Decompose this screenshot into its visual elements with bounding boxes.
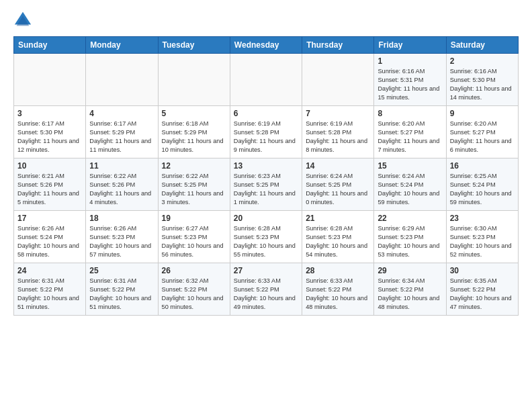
- day-number: 10: [17, 161, 82, 171]
- calendar-day-cell: 18Sunrise: 6:26 AM Sunset: 5:23 PM Dayli…: [86, 211, 158, 263]
- day-number: 7: [306, 109, 370, 118]
- calendar-day-cell: 29Sunrise: 6:34 AM Sunset: 5:22 PM Dayli…: [374, 263, 446, 316]
- calendar-day-cell: 10Sunrise: 6:21 AM Sunset: 5:26 PM Dayli…: [14, 158, 86, 211]
- weekday-header: Saturday: [446, 37, 518, 54]
- calendar-day-cell: 3Sunrise: 6:17 AM Sunset: 5:30 PM Daylig…: [14, 106, 86, 158]
- day-info: Sunrise: 6:26 AM Sunset: 5:24 PM Dayligh…: [17, 224, 82, 259]
- page: SundayMondayTuesdayWednesdayThursdayFrid…: [0, 0, 532, 411]
- day-number: 27: [234, 266, 298, 275]
- day-info: Sunrise: 6:18 AM Sunset: 5:29 PM Dayligh…: [162, 120, 226, 154]
- day-info: Sunrise: 6:16 AM Sunset: 5:30 PM Dayligh…: [450, 67, 515, 102]
- day-info: Sunrise: 6:19 AM Sunset: 5:28 PM Dayligh…: [234, 120, 298, 154]
- weekday-header: Sunday: [14, 37, 86, 54]
- calendar-week-row: 17Sunrise: 6:26 AM Sunset: 5:24 PM Dayli…: [14, 211, 519, 263]
- day-number: 17: [17, 214, 82, 223]
- day-info: Sunrise: 6:19 AM Sunset: 5:28 PM Dayligh…: [306, 120, 370, 154]
- day-number: 25: [89, 266, 154, 275]
- calendar-day-cell: 16Sunrise: 6:25 AM Sunset: 5:24 PM Dayli…: [446, 158, 518, 211]
- day-info: Sunrise: 6:20 AM Sunset: 5:27 PM Dayligh…: [378, 120, 442, 154]
- calendar-day-cell: 11Sunrise: 6:22 AM Sunset: 5:26 PM Dayli…: [86, 158, 158, 211]
- day-info: Sunrise: 6:23 AM Sunset: 5:25 PM Dayligh…: [234, 172, 298, 207]
- day-info: Sunrise: 6:28 AM Sunset: 5:23 PM Dayligh…: [234, 224, 298, 259]
- weekday-header: Wednesday: [230, 37, 302, 54]
- calendar-day-cell: 1Sunrise: 6:16 AM Sunset: 5:31 PM Daylig…: [374, 54, 446, 106]
- day-info: Sunrise: 6:30 AM Sunset: 5:23 PM Dayligh…: [450, 224, 515, 259]
- calendar-week-row: 1Sunrise: 6:16 AM Sunset: 5:31 PM Daylig…: [14, 54, 519, 106]
- calendar-week-row: 24Sunrise: 6:31 AM Sunset: 5:22 PM Dayli…: [14, 263, 519, 316]
- calendar-day-cell: 20Sunrise: 6:28 AM Sunset: 5:23 PM Dayli…: [230, 211, 302, 263]
- day-number: 16: [450, 161, 515, 171]
- day-number: 5: [162, 109, 226, 118]
- day-info: Sunrise: 6:26 AM Sunset: 5:23 PM Dayligh…: [89, 224, 154, 259]
- day-info: Sunrise: 6:22 AM Sunset: 5:25 PM Dayligh…: [162, 172, 226, 207]
- day-info: Sunrise: 6:31 AM Sunset: 5:22 PM Dayligh…: [89, 277, 154, 312]
- day-number: 29: [378, 266, 442, 275]
- logo: [13, 11, 34, 30]
- day-info: Sunrise: 6:28 AM Sunset: 5:23 PM Dayligh…: [306, 224, 370, 259]
- calendar-day-cell: 17Sunrise: 6:26 AM Sunset: 5:24 PM Dayli…: [14, 211, 86, 263]
- day-number: 30: [450, 266, 515, 275]
- calendar-day-cell: [230, 54, 302, 106]
- day-number: 2: [450, 56, 515, 66]
- day-info: Sunrise: 6:22 AM Sunset: 5:26 PM Dayligh…: [89, 172, 154, 207]
- day-number: 3: [17, 109, 82, 118]
- calendar-day-cell: 2Sunrise: 6:16 AM Sunset: 5:30 PM Daylig…: [446, 54, 518, 106]
- day-number: 23: [450, 214, 515, 223]
- calendar-week-row: 10Sunrise: 6:21 AM Sunset: 5:26 PM Dayli…: [14, 158, 519, 211]
- day-number: 22: [378, 214, 442, 223]
- calendar-day-cell: 14Sunrise: 6:24 AM Sunset: 5:25 PM Dayli…: [302, 158, 374, 211]
- calendar-day-cell: [158, 54, 230, 106]
- day-info: Sunrise: 6:17 AM Sunset: 5:30 PM Dayligh…: [17, 120, 82, 154]
- calendar-day-cell: 19Sunrise: 6:27 AM Sunset: 5:23 PM Dayli…: [158, 211, 230, 263]
- day-number: 6: [234, 109, 298, 118]
- day-info: Sunrise: 6:21 AM Sunset: 5:26 PM Dayligh…: [17, 172, 82, 207]
- weekday-header: Friday: [374, 37, 446, 54]
- calendar-day-cell: 6Sunrise: 6:19 AM Sunset: 5:28 PM Daylig…: [230, 106, 302, 158]
- day-number: 28: [306, 266, 370, 275]
- calendar-week-row: 3Sunrise: 6:17 AM Sunset: 5:30 PM Daylig…: [14, 106, 519, 158]
- calendar-day-cell: 8Sunrise: 6:20 AM Sunset: 5:27 PM Daylig…: [374, 106, 446, 158]
- calendar-day-cell: 25Sunrise: 6:31 AM Sunset: 5:22 PM Dayli…: [86, 263, 158, 316]
- weekday-header: Tuesday: [158, 37, 230, 54]
- day-info: Sunrise: 6:33 AM Sunset: 5:22 PM Dayligh…: [306, 277, 370, 312]
- day-number: 15: [378, 161, 442, 171]
- calendar-day-cell: 30Sunrise: 6:35 AM Sunset: 5:22 PM Dayli…: [446, 263, 518, 316]
- day-number: 12: [162, 161, 226, 171]
- day-number: 26: [162, 266, 226, 275]
- calendar-day-cell: 12Sunrise: 6:22 AM Sunset: 5:25 PM Dayli…: [158, 158, 230, 211]
- logo-icon: [13, 11, 32, 30]
- day-info: Sunrise: 6:27 AM Sunset: 5:23 PM Dayligh…: [162, 224, 226, 259]
- day-info: Sunrise: 6:29 AM Sunset: 5:23 PM Dayligh…: [378, 224, 442, 259]
- day-number: 24: [17, 266, 82, 275]
- day-info: Sunrise: 6:32 AM Sunset: 5:22 PM Dayligh…: [162, 277, 226, 312]
- calendar-day-cell: 28Sunrise: 6:33 AM Sunset: 5:22 PM Dayli…: [302, 263, 374, 316]
- day-info: Sunrise: 6:17 AM Sunset: 5:29 PM Dayligh…: [89, 120, 154, 154]
- day-number: 18: [89, 214, 154, 223]
- weekday-header: Monday: [86, 37, 158, 54]
- day-number: 1: [378, 56, 442, 66]
- day-number: 19: [162, 214, 226, 223]
- day-number: 8: [378, 109, 442, 118]
- calendar-day-cell: 21Sunrise: 6:28 AM Sunset: 5:23 PM Dayli…: [302, 211, 374, 263]
- day-info: Sunrise: 6:35 AM Sunset: 5:22 PM Dayligh…: [450, 277, 515, 312]
- calendar-day-cell: 23Sunrise: 6:30 AM Sunset: 5:23 PM Dayli…: [446, 211, 518, 263]
- day-info: Sunrise: 6:16 AM Sunset: 5:31 PM Dayligh…: [378, 67, 442, 102]
- calendar-day-cell: 4Sunrise: 6:17 AM Sunset: 5:29 PM Daylig…: [86, 106, 158, 158]
- day-number: 20: [234, 214, 298, 223]
- day-info: Sunrise: 6:24 AM Sunset: 5:24 PM Dayligh…: [378, 172, 442, 207]
- calendar-day-cell: 5Sunrise: 6:18 AM Sunset: 5:29 PM Daylig…: [158, 106, 230, 158]
- day-info: Sunrise: 6:20 AM Sunset: 5:27 PM Dayligh…: [450, 120, 515, 154]
- calendar-day-cell: 24Sunrise: 6:31 AM Sunset: 5:22 PM Dayli…: [14, 263, 86, 316]
- day-info: Sunrise: 6:33 AM Sunset: 5:22 PM Dayligh…: [234, 277, 298, 312]
- day-number: 9: [450, 109, 515, 118]
- day-info: Sunrise: 6:34 AM Sunset: 5:22 PM Dayligh…: [378, 277, 442, 312]
- weekday-header: Thursday: [302, 37, 374, 54]
- day-number: 11: [89, 161, 154, 171]
- day-number: 14: [306, 161, 370, 171]
- day-info: Sunrise: 6:25 AM Sunset: 5:24 PM Dayligh…: [450, 172, 515, 207]
- day-number: 21: [306, 214, 370, 223]
- calendar-day-cell: 9Sunrise: 6:20 AM Sunset: 5:27 PM Daylig…: [446, 106, 518, 158]
- calendar-day-cell: [302, 54, 374, 106]
- calendar-day-cell: 7Sunrise: 6:19 AM Sunset: 5:28 PM Daylig…: [302, 106, 374, 158]
- header: [13, 11, 519, 30]
